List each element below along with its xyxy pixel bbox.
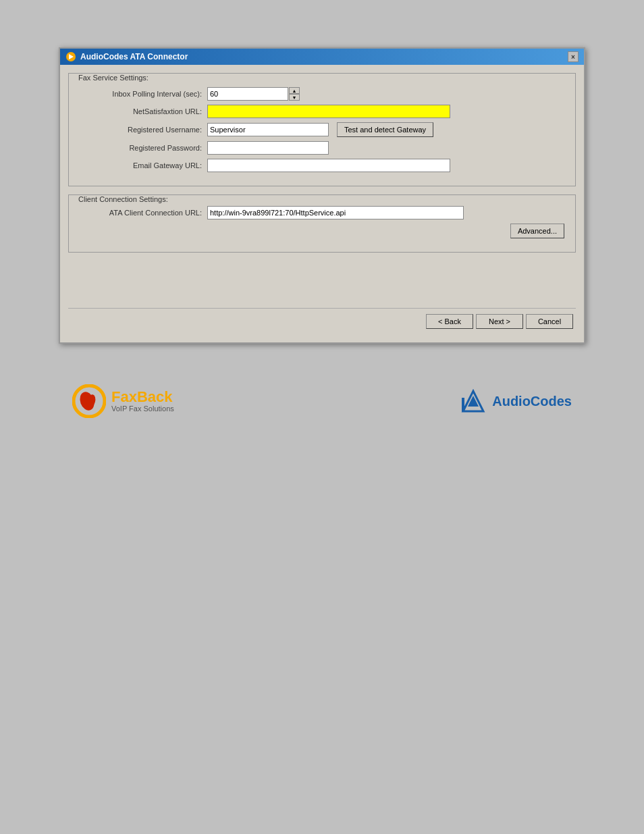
svg-rect-7 [462, 398, 464, 411]
window-title: AudioCodes ATA Connector [80, 52, 188, 61]
client-connection-settings-group: Client Connection Settings: ATA Client C… [68, 194, 576, 253]
inbox-polling-row: Inbox Polling Interval (sec): ▲ ▼ [77, 87, 567, 101]
email-gateway-input[interactable] [207, 159, 450, 172]
username-row: Registered Username: Test and detect Gat… [77, 122, 567, 137]
username-label: Registered Username: [77, 126, 202, 134]
fax-service-settings-group: Fax Service Settings: Inbox Polling Inte… [68, 73, 576, 186]
close-button[interactable]: × [568, 51, 579, 62]
advanced-row: Advanced... [77, 224, 567, 238]
test-gateway-button[interactable]: Test and detect Gateway [337, 122, 433, 137]
ata-connection-input[interactable] [207, 206, 464, 219]
netsatisfaxtion-row: NetSatisfaxtion URL: [77, 105, 567, 118]
fax-section-content: Inbox Polling Interval (sec): ▲ ▼ NetSat… [77, 84, 567, 172]
faxback-logo: FaxBack VoIP Fax Solutions [72, 384, 174, 418]
password-label: Registered Password: [77, 144, 202, 152]
ata-connection-label: ATA Client Connection URL: [77, 209, 202, 217]
audiocodes-logo: AudioCodes [460, 388, 572, 415]
username-input[interactable] [207, 123, 329, 136]
fax-section-legend: Fax Service Settings: [77, 74, 564, 82]
next-button[interactable]: Next > [476, 314, 523, 329]
audiocodes-brand-label: AudioCodes [492, 394, 572, 409]
inbox-polling-input[interactable] [207, 87, 288, 101]
spinner-up[interactable]: ▲ [289, 87, 300, 94]
bottom-buttons: < Back Next > Cancel [68, 308, 576, 334]
back-button[interactable]: < Back [426, 314, 473, 329]
inbox-polling-spinner: ▲ ▼ [207, 87, 300, 101]
main-window: AudioCodes ATA Connector × Fax Service S… [59, 47, 585, 344]
netsatisfaxtion-label: NetSatisfaxtion URL: [77, 107, 202, 115]
title-bar-left: AudioCodes ATA Connector [65, 51, 188, 62]
advanced-button[interactable]: Advanced... [510, 224, 564, 238]
cancel-button[interactable]: Cancel [526, 314, 573, 329]
spinner-controls: ▲ ▼ [289, 87, 300, 101]
inbox-polling-label: Inbox Polling Interval (sec): [77, 90, 202, 98]
email-gateway-label: Email Gateway URL: [77, 161, 202, 170]
netsatisfaxtion-input[interactable] [207, 105, 450, 118]
window-body: Fax Service Settings: Inbox Polling Inte… [60, 65, 584, 342]
audiocodes-icon [460, 388, 487, 415]
client-section-legend: Client Connection Settings: [77, 195, 564, 203]
spinner-down[interactable]: ▼ [289, 94, 300, 101]
bottom-logos: FaxBack VoIP Fax Solutions AudioCodes [59, 384, 585, 418]
faxback-brand-label: FaxBack [111, 390, 174, 405]
faxback-sub-label: VoIP Fax Solutions [111, 405, 174, 413]
title-bar: AudioCodes ATA Connector × [60, 49, 584, 65]
password-row: Registered Password: [77, 141, 567, 155]
ata-connection-row: ATA Client Connection URL: [77, 206, 567, 219]
faxback-icon [72, 384, 106, 418]
spacer [68, 261, 576, 281]
email-gateway-row: Email Gateway URL: [77, 159, 567, 172]
password-input[interactable] [207, 141, 329, 155]
username-btn-row: Test and detect Gateway [207, 122, 433, 137]
app-icon [65, 51, 76, 62]
faxback-text: FaxBack VoIP Fax Solutions [111, 390, 174, 413]
